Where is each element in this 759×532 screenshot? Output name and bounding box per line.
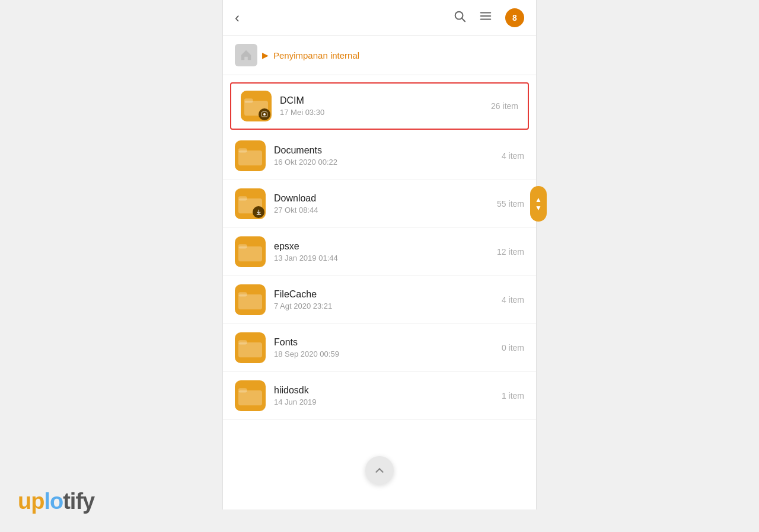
svg-rect-12 (238, 246, 262, 261)
list-view-icon[interactable] (479, 9, 492, 25)
folder-date-filecache: 7 Agt 2020 23:21 (274, 302, 502, 310)
folder-count-filecache: 4 item (502, 295, 524, 305)
folder-badge-download (253, 206, 264, 218)
folder-shape-epsxe (235, 236, 266, 267)
folder-count-fonts: 0 item (502, 343, 524, 352)
content-panel: ‹ 8 (222, 0, 537, 509)
folder-date-fonts: 18 Sep 2020 00:59 (274, 350, 502, 358)
folder-info-documents: Documents 16 Okt 2020 00:22 (274, 145, 502, 166)
folder-count-documents: 4 item (502, 151, 524, 161)
breadcrumb-arrow: ▶ (262, 50, 269, 60)
scroll-indicator[interactable]: ▲ ▼ (530, 186, 547, 222)
folder-item-download[interactable]: Download 27 Okt 08:44 55 item ▲ ▼ (223, 180, 536, 228)
folder-item-dcim[interactable]: DCIM 17 Mei 03:30 26 item (230, 82, 529, 130)
folder-info-dcim: DCIM 17 Mei 03:30 (280, 95, 491, 117)
toolbar-icons: 8 (453, 8, 524, 27)
folder-date-hiidosdk: 14 Jun 2019 (274, 398, 502, 406)
svg-rect-9 (238, 148, 247, 152)
search-icon[interactable] (453, 9, 466, 25)
folder-shape-fonts (235, 332, 266, 363)
svg-rect-15 (238, 292, 247, 296)
breadcrumb-path[interactable]: Penyimpanan internal (273, 50, 359, 60)
folder-shape-documents (235, 140, 266, 171)
svg-rect-8 (238, 150, 262, 165)
folder-name-fonts: Fonts (274, 337, 502, 348)
notification-button[interactable]: 8 (505, 8, 524, 27)
notification-count: 8 (512, 13, 517, 23)
breadcrumb: ▶ Penyimpanan internal (223, 36, 536, 75)
folder-name-epsxe: epsxe (274, 241, 497, 252)
folder-date-documents: 16 Okt 2020 00:22 (274, 158, 502, 166)
folder-count-download: 55 item (497, 199, 524, 209)
logo-lo: lo (44, 489, 63, 514)
folder-shape-hiidosdk (235, 380, 266, 411)
folder-name-dcim: DCIM (280, 95, 491, 106)
folder-count-hiidosdk: 1 item (502, 391, 524, 400)
folder-count-epsxe: 12 item (497, 247, 524, 257)
folder-item-hiidosdk[interactable]: hiidosdk 14 Jun 2019 1 item (223, 372, 536, 420)
folder-info-hiidosdk: hiidosdk 14 Jun 2019 (274, 385, 502, 406)
folder-icon-download (235, 188, 266, 219)
folder-badge-dcim (259, 108, 270, 120)
svg-rect-13 (238, 244, 247, 248)
folder-icon-hiidosdk (235, 380, 266, 411)
folder-info-epsxe: epsxe 13 Jan 2019 01:44 (274, 241, 497, 262)
svg-point-7 (263, 113, 266, 116)
folder-icon-dcim (241, 91, 272, 121)
folder-icon-filecache (235, 284, 266, 315)
folder-icon-fonts (235, 332, 266, 363)
folder-count-dcim: 26 item (491, 101, 518, 111)
folder-date-epsxe: 13 Jan 2019 01:44 (274, 254, 497, 262)
back-button[interactable]: ‹ (235, 9, 240, 26)
svg-rect-16 (238, 342, 262, 357)
folder-icon-documents (235, 140, 266, 171)
svg-rect-11 (238, 196, 247, 200)
folder-item-documents[interactable]: Documents 16 Okt 2020 00:22 4 item (223, 132, 536, 180)
file-list: DCIM 17 Mei 03:30 26 item Documents (223, 75, 536, 425)
logo: uplotify (18, 489, 94, 514)
logo-up: up (18, 489, 44, 514)
toolbar: ‹ 8 (223, 0, 536, 36)
home-icon[interactable] (235, 44, 257, 66)
folder-name-hiidosdk: hiidosdk (274, 385, 502, 396)
svg-line-1 (462, 18, 465, 21)
svg-rect-19 (238, 388, 247, 392)
svg-rect-6 (244, 98, 253, 102)
main-container: ‹ 8 (0, 0, 759, 532)
svg-rect-14 (238, 294, 262, 309)
folder-date-download: 27 Okt 08:44 (274, 206, 497, 214)
folder-name-filecache: FileCache (274, 289, 502, 300)
logo-tify: tify (63, 489, 94, 514)
scroll-up-arrow: ▲ (535, 196, 542, 203)
scroll-down-arrow: ▼ (535, 204, 542, 211)
folder-shape-filecache (235, 284, 266, 315)
folder-icon-epsxe (235, 236, 266, 267)
folder-info-filecache: FileCache 7 Agt 2020 23:21 (274, 289, 502, 310)
folder-info-fonts: Fonts 18 Sep 2020 00:59 (274, 337, 502, 358)
folder-date-dcim: 17 Mei 03:30 (280, 108, 491, 117)
folder-name-documents: Documents (274, 145, 502, 156)
back-to-top-button[interactable] (365, 456, 394, 485)
svg-rect-17 (238, 340, 247, 344)
folder-info-download: Download 27 Okt 08:44 (274, 193, 497, 214)
folder-item-epsxe[interactable]: epsxe 13 Jan 2019 01:44 12 item (223, 228, 536, 276)
folder-name-download: Download (274, 193, 497, 204)
folder-item-filecache[interactable]: FileCache 7 Agt 2020 23:21 4 item (223, 276, 536, 324)
svg-rect-18 (238, 390, 262, 405)
folder-item-fonts[interactable]: Fonts 18 Sep 2020 00:59 0 item (223, 324, 536, 372)
